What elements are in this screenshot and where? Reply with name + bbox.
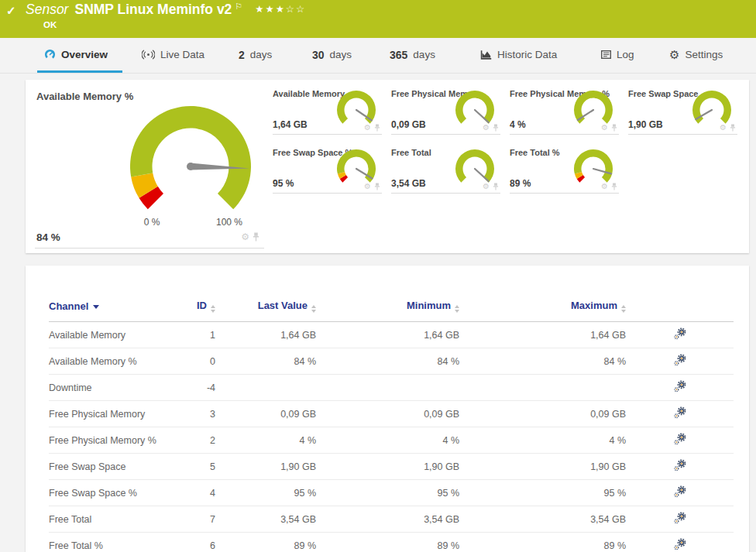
primary-channel-gauge-tile[interactable]: Available Memory % 0 %100 % 84 % ⚙ [35,84,264,249]
channel-settings-gears-icon[interactable] [674,380,686,393]
pin-icon[interactable] [611,183,617,190]
tab-log-label: Log [617,49,634,60]
priority-stars[interactable]: ★★★☆☆ [255,3,306,15]
pin-icon[interactable] [374,124,380,132]
tab-2-days-number: 2 [239,49,245,61]
channel-last-value-cell: 3,54 GB [215,506,316,533]
channel-table: Channel ID Last Value Minimum Maximum Av… [49,300,734,552]
gauge-settings-gear-icon[interactable]: ⚙ [601,183,608,190]
column-header-minimum[interactable]: Minimum [316,300,459,322]
channel-id-cell: 0 [173,348,215,375]
tab-overview[interactable]: Overview [44,38,108,71]
tab-live-data-label: Live Data [160,49,204,60]
gauge-settings-gear-icon[interactable]: ⚙ [720,124,727,132]
channel-settings-gears-icon[interactable] [674,538,686,550]
channel-settings-gears-icon[interactable] [674,512,686,524]
channel-id-cell: 2 [173,427,215,454]
channel-minimum-cell: 4 % [316,427,459,454]
channel-name-cell: Free Swap Space % [49,480,173,506]
channel-last-value-cell: 89 % [215,533,316,552]
gauge-tile-actions: ⚙ [720,124,736,132]
gauge-tile-actions: ⚙ [364,124,380,132]
channel-settings-gears-icon[interactable] [674,327,686,340]
tab-settings-label: Settings [685,49,723,60]
channel-id-cell: -4 [173,375,215,401]
pin-icon[interactable] [493,124,499,132]
gauge-tile-actions: ⚙ [483,124,499,132]
tab-365-days[interactable]: 365 days [390,38,435,71]
tab-2-days[interactable]: 2 days [239,38,272,71]
tab-30-days[interactable]: 30 days [312,38,352,71]
active-tab-indicator [37,70,122,73]
gauge-settings-gear-icon[interactable]: ⚙ [364,124,371,132]
column-header-last-value[interactable]: Last Value [215,300,316,322]
channel-settings-gears-icon[interactable] [674,433,686,445]
channel-gauge-value: 0,09 GB [391,119,426,130]
tab-settings[interactable]: ⚙ Settings [669,38,723,71]
log-list-icon [601,50,611,59]
pin-icon[interactable] [253,232,259,242]
channel-maximum-cell: 0,09 GB [459,401,626,427]
status-ok-check-icon: ✓ [6,4,16,18]
channel-settings-gears-icon[interactable] [674,459,686,471]
channel-last-value-cell: 84 % [215,348,316,375]
channel-gauge-title: Free Total % [510,148,560,157]
channel-maximum-cell: 4 % [459,427,626,454]
gauge-settings-gear-icon[interactable]: ⚙ [601,124,608,132]
gauge-tile-actions: ⚙ [483,183,499,190]
tab-historic-data[interactable]: Historic Data [480,38,557,71]
channel-gauge-tile[interactable]: Free Total 3,54 GB ⚙ [391,146,500,194]
channel-minimum-cell: 1,90 GB [316,454,459,480]
channel-gauge-tile[interactable]: Available Memory 1,64 GB ⚙ [273,87,382,135]
channel-name-cell: Free Physical Memory [49,401,173,427]
gauge-settings-gear-icon[interactable]: ⚙ [241,232,249,242]
tab-historic-data-label: Historic Data [497,49,557,60]
tab-30-days-number: 30 [312,49,325,61]
channel-table-row: Free Physical Memory % 2 4 % 4 % 4 % [49,427,734,454]
gauge-min-label: 0 % [144,217,160,228]
gauge-max-label: 100 % [216,217,242,228]
channel-settings-gears-icon[interactable] [674,406,686,419]
channel-gauge-tile[interactable]: Free Physical Memory 0,09 GB ⚙ [391,87,500,135]
channel-name-cell: Free Total % [49,533,173,552]
sort-arrows-icon [311,305,316,313]
sensor-title-row: Sensor SNMP Linux Meminfo v2 ⚐ ★★★☆☆ [26,2,306,18]
channel-gauge-tile[interactable]: Free Total % 89 % ⚙ [510,146,619,194]
channel-gauge-value: 89 % [510,178,531,189]
channel-gauge-title: Free Swap Space [628,89,699,98]
channel-settings-gears-icon[interactable] [674,485,686,498]
gauges-panel: Available Memory % 0 %100 % 84 % ⚙ Avail… [26,80,749,253]
channel-gauge-tile[interactable]: Free Swap Space % 95 % ⚙ [273,146,382,194]
channel-last-value-cell: 95 % [215,480,316,506]
pin-icon[interactable] [493,183,499,190]
channel-id-cell: 1 [173,322,215,348]
gauge-settings-gear-icon[interactable]: ⚙ [364,183,371,190]
channel-gauge-tile[interactable]: Free Physical Memory % 4 % ⚙ [510,87,619,135]
gauge-settings-gear-icon[interactable]: ⚙ [483,183,490,190]
pin-icon[interactable] [730,124,736,132]
column-header-channel[interactable]: Channel [49,300,173,322]
column-header-id[interactable]: ID [173,300,215,322]
channel-maximum-cell: 84 % [459,348,626,375]
channel-settings-gears-icon[interactable] [674,354,686,366]
channel-gauge-tile[interactable]: Free Swap Space 1,90 GB ⚙ [628,87,737,135]
channel-table-row: Downtime -4 [49,375,734,401]
tab-live-data[interactable]: Live Data [142,38,204,71]
flag-icon[interactable]: ⚐ [235,2,242,12]
tab-log[interactable]: Log [601,38,634,71]
column-header-maximum[interactable]: Maximum [459,300,626,322]
channel-name-cell: Available Memory [49,322,173,348]
channel-last-value-cell: 0,09 GB [215,401,316,427]
channel-table-row: Available Memory 1 1,64 GB 1,64 GB 1,64 … [49,322,734,348]
small-gauges-grid: Available Memory 1,64 GB ⚙ Free Physical… [273,87,747,194]
tab-30-days-label: days [330,49,352,60]
sort-caret-icon [93,305,99,309]
gauge-tile-actions: ⚙ [241,232,259,242]
pin-icon[interactable] [611,124,617,132]
pin-icon[interactable] [374,183,380,190]
sort-arrows-icon [455,305,459,313]
gauge-settings-gear-icon[interactable]: ⚙ [483,124,490,132]
channel-table-row: Free Total % 6 89 % 89 % 89 % [49,533,734,552]
sensor-kind-label: Sensor [26,2,68,18]
channel-maximum-cell: 1,64 GB [459,322,626,348]
